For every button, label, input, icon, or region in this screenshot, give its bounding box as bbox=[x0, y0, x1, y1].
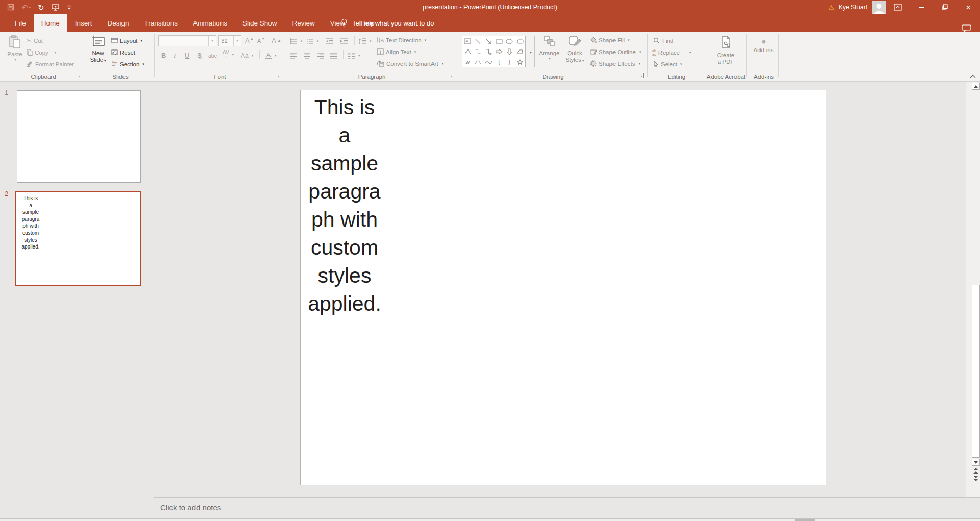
tab-home[interactable]: Home bbox=[34, 14, 67, 32]
star-icon[interactable] bbox=[516, 57, 525, 66]
scroll-down-button[interactable] bbox=[972, 459, 980, 466]
tab-transitions[interactable]: Transitions bbox=[137, 14, 186, 32]
section-button[interactable]: Section▾ bbox=[111, 59, 144, 69]
tab-review[interactable]: Review bbox=[284, 14, 322, 32]
decrease-indent-button[interactable] bbox=[326, 36, 334, 46]
columns-button[interactable]: ▾ bbox=[347, 50, 360, 61]
notes-pane[interactable]: Click to add notes bbox=[154, 497, 980, 518]
start-slideshow-icon[interactable] bbox=[52, 4, 59, 11]
change-case-button[interactable]: Aa▾ bbox=[241, 50, 253, 61]
find-button[interactable]: Find bbox=[653, 35, 673, 46]
underline-button[interactable]: U bbox=[185, 50, 189, 61]
curve-icon[interactable] bbox=[484, 57, 493, 66]
shape-gallery-more-button[interactable]: ▾ bbox=[527, 36, 535, 67]
shape-effects-button[interactable]: Shape Effects▾ bbox=[590, 58, 640, 69]
align-right-button[interactable] bbox=[316, 50, 324, 61]
block-arrow-down-icon[interactable] bbox=[505, 47, 514, 56]
clear-formatting-button[interactable]: A◢ bbox=[272, 35, 280, 46]
notes-placeholder[interactable]: Click to add notes bbox=[160, 498, 221, 519]
account-name[interactable]: Kye Stuart bbox=[839, 4, 867, 11]
freeform-icon[interactable] bbox=[516, 47, 525, 56]
text-direction-button[interactable]: A Text Direction▾ bbox=[377, 35, 426, 45]
layout-button[interactable]: Layout▾ bbox=[111, 35, 142, 46]
numbering-button[interactable]: ▾ bbox=[306, 36, 319, 46]
strikethrough-button[interactable]: abc bbox=[208, 50, 217, 61]
italic-button[interactable]: I bbox=[174, 50, 176, 61]
slide-1-thumbnail[interactable] bbox=[17, 90, 141, 183]
character-spacing-button[interactable]: AV↔ ▾ bbox=[223, 49, 234, 60]
rounded-rectangle-icon[interactable] bbox=[516, 37, 525, 46]
select-button[interactable]: Select▾ bbox=[653, 59, 682, 69]
oval-icon[interactable] bbox=[505, 37, 514, 46]
new-slide-button[interactable]: New Slide▾ bbox=[88, 33, 108, 73]
bold-button[interactable]: B bbox=[161, 50, 166, 61]
slide-text[interactable]: This isasampleparagraph withcustomstyles… bbox=[303, 93, 386, 318]
brace-right-icon[interactable]: } bbox=[505, 57, 514, 66]
arrange-button[interactable]: Arrange▾ bbox=[537, 33, 561, 73]
close-button[interactable]: × bbox=[957, 0, 980, 14]
increase-font-size-button[interactable]: A▲ bbox=[245, 35, 254, 46]
decrease-font-size-button[interactable]: A▼ bbox=[257, 35, 265, 46]
create-pdf-button[interactable]: Create a PDF bbox=[710, 33, 742, 73]
tab-design[interactable]: Design bbox=[100, 14, 137, 32]
slide-2-thumbnail[interactable]: This isasampleparagraph withcustomstyles… bbox=[15, 191, 141, 286]
save-icon[interactable] bbox=[7, 4, 14, 11]
convert-to-smartart-button[interactable]: Convert to SmartArt▾ bbox=[377, 58, 443, 69]
format-painter-button[interactable]: Format Painter bbox=[27, 59, 74, 69]
redo-icon[interactable]: ↻ bbox=[38, 4, 44, 11]
font-name-dropdown-icon[interactable]: ▾ bbox=[208, 36, 216, 46]
next-slide-button[interactable] bbox=[973, 476, 978, 481]
align-text-button[interactable]: Align Text▾ bbox=[377, 46, 416, 57]
paste-button[interactable]: Paste▾ bbox=[5, 33, 24, 73]
customize-qat-icon[interactable] bbox=[66, 4, 72, 10]
line-spacing-button[interactable]: ▾ bbox=[358, 36, 372, 46]
align-center-button[interactable] bbox=[303, 50, 311, 61]
cut-button[interactable]: ✂ Cut bbox=[27, 35, 43, 46]
avatar[interactable] bbox=[872, 1, 886, 14]
bullets-button[interactable]: ▾ bbox=[290, 36, 303, 46]
scrollbar-thumb[interactable] bbox=[972, 285, 980, 458]
previous-slide-button[interactable] bbox=[973, 468, 978, 474]
tab-insert[interactable]: Insert bbox=[67, 14, 100, 32]
drawing-dialog-launcher[interactable] bbox=[639, 73, 644, 78]
text-box-icon[interactable]: A bbox=[463, 37, 472, 46]
font-size-dropdown-icon[interactable]: ▾ bbox=[233, 36, 241, 46]
font-size-combo[interactable]: 32 ▾ bbox=[218, 35, 241, 46]
triangle-icon[interactable] bbox=[463, 47, 472, 56]
shape-fill-button[interactable]: Shape Fill▾ bbox=[590, 35, 630, 45]
rectangle-icon[interactable] bbox=[495, 37, 504, 46]
tab-animations[interactable]: Animations bbox=[185, 14, 235, 32]
tab-slide-show[interactable]: Slide Show bbox=[235, 14, 285, 32]
slide-canvas[interactable]: This isasampleparagraph withcustomstyles… bbox=[300, 90, 826, 485]
font-color-button[interactable]: A ▾ bbox=[265, 50, 277, 61]
minimize-button[interactable] bbox=[910, 0, 933, 14]
block-arrow-right-icon[interactable] bbox=[495, 47, 504, 56]
align-left-button[interactable] bbox=[290, 50, 298, 61]
line-icon[interactable] bbox=[474, 37, 483, 46]
replace-button[interactable]: abac Replace▾ bbox=[652, 47, 691, 58]
restore-button[interactable] bbox=[933, 0, 957, 14]
clipboard-dialog-launcher[interactable] bbox=[78, 73, 82, 78]
tab-file[interactable]: File bbox=[7, 14, 34, 32]
elbow-connector-icon[interactable] bbox=[474, 47, 483, 56]
add-ins-button[interactable]: Add-ins bbox=[750, 33, 777, 73]
paragraph-dialog-launcher[interactable] bbox=[450, 73, 454, 78]
undo-icon[interactable]: ↶▾ bbox=[21, 4, 31, 11]
comments-icon[interactable] bbox=[962, 24, 971, 32]
ribbon-display-options-icon[interactable] bbox=[886, 0, 910, 14]
shape-outline-button[interactable]: Shape Outline▾ bbox=[590, 46, 641, 57]
brace-left-icon[interactable]: { bbox=[495, 57, 504, 66]
arrow-icon[interactable] bbox=[484, 37, 493, 46]
scroll-up-button[interactable] bbox=[972, 83, 980, 90]
arc-icon[interactable] bbox=[474, 57, 483, 66]
elbow-arrow-icon[interactable] bbox=[484, 47, 493, 56]
collapse-ribbon-icon[interactable] bbox=[969, 74, 976, 79]
tell-me-box[interactable]: Tell me what you want to do bbox=[341, 14, 434, 32]
justify-button[interactable] bbox=[330, 50, 337, 61]
font-dialog-launcher[interactable] bbox=[277, 73, 281, 78]
copy-button[interactable]: Copy▾ bbox=[27, 47, 56, 58]
increase-indent-button[interactable] bbox=[340, 36, 348, 46]
text-shadow-button[interactable]: S bbox=[197, 50, 202, 61]
reset-button[interactable]: Reset bbox=[111, 47, 135, 58]
font-name-combo[interactable]: ▾ bbox=[158, 35, 216, 46]
